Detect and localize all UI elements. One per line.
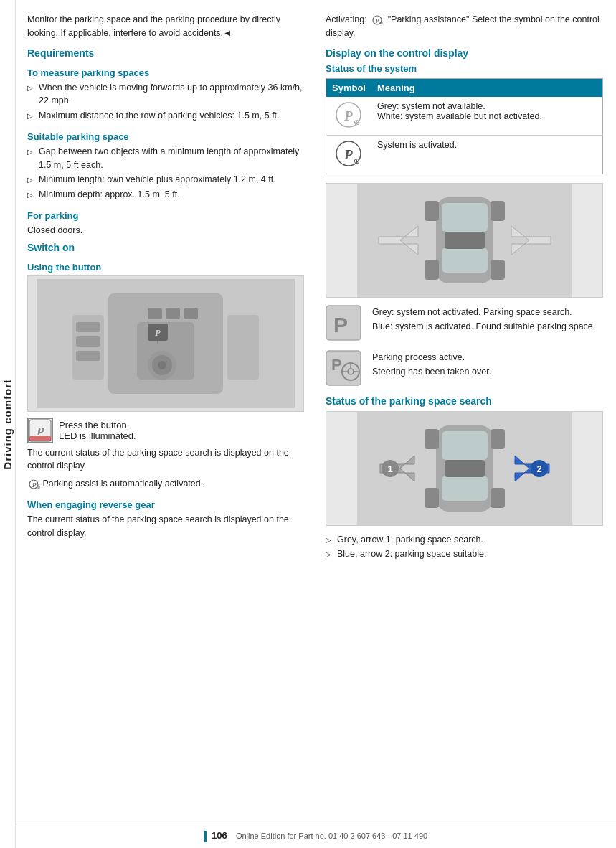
p-process-symbol-svg: P [326,350,361,386]
symbol-cell-1: P ⊕ [326,97,371,136]
parking-search-heading: Status of the parking space search [326,395,603,407]
svg-text:P: P [331,356,342,374]
svg-rect-36 [425,201,439,221]
using-button-heading: Using the button [27,262,304,273]
to-measure-list: When the vehicle is moving forwards up t… [27,81,304,123]
meaning-cell-2: System is activated. [371,135,603,174]
svg-rect-37 [491,201,505,221]
footer-text: Online Edition for Part no. 01 40 2 607 … [236,831,427,840]
svg-rect-40 [445,232,485,249]
p-process-line2: Steering has been taken over. [372,367,491,377]
symbol-row-2: P Parking process active. Steering has b… [326,350,603,388]
symbol-row-2-text: Parking process active. Steering has bee… [372,350,603,379]
right-column: Activating: P ⊕ "Parking assistance" Sel… [317,0,616,824]
suitable-list: Gap between two objects with a minimum l… [27,145,304,202]
suitable-heading: Suitable parking space [27,131,304,142]
list-item: Blue, arrow 2: parking space suitable. [326,547,603,561]
footer: 106 Online Edition for Part no. 01 40 2 … [16,824,616,848]
svg-text:P: P [333,313,348,336]
table-header-row: Symbol Meaning [326,78,603,97]
parking-assist-text: P ⊕ Parking assist is automatically acti… [27,477,304,491]
when-engaging-text: The current status of the parking space … [27,513,304,540]
svg-rect-38 [425,260,439,280]
svg-text:P: P [155,328,161,338]
parking-space-image: 1 2 [326,411,603,526]
svg-rect-55 [442,476,488,501]
intro-text: Monitor the parking space and the parkin… [27,13,304,40]
svg-point-11 [158,361,166,369]
for-parking-text: Closed doors. [27,224,304,237]
page-num-bar [204,831,207,842]
svg-rect-56 [425,429,439,449]
sidebar-label: Driving comfort [1,379,14,470]
when-engaging-heading: When engaging reverse gear [27,499,304,510]
p-grey-symbol-svg: P [326,305,361,341]
activating-icon: P ⊕ [371,14,385,24]
svg-rect-19 [29,436,51,441]
list-item: When the vehicle is moving forwards up t… [27,81,304,108]
svg-rect-13 [76,322,100,332]
svg-text:⊕: ⊕ [354,118,360,126]
meaning-1-line2: White: system available but not activate… [377,111,542,121]
svg-text:2: 2 [536,463,541,474]
switch-on-heading: Switch on [27,242,304,253]
svg-rect-54 [442,431,488,460]
meaning-cell-1: Grey: system not available. White: syste… [371,97,603,136]
meaning-1-line1: Grey: system not available. [377,101,485,111]
to-measure-heading: To measure parking spaces [27,67,304,78]
current-status-text: The current status of the parking space … [27,446,304,474]
requirements-heading: Requirements [27,47,304,59]
table-row: P ⊕ Grey: system not available. White: s… [326,97,603,136]
svg-text:P: P [343,108,353,123]
svg-rect-35 [442,248,488,273]
svg-rect-4 [166,308,180,319]
svg-text:P: P [376,18,379,24]
svg-rect-15 [76,351,100,361]
for-parking-heading: For parking [27,210,304,221]
parking-assist-label: Parking assist is automatically activate… [42,479,203,489]
page-container: Monitor the parking space and the parkin… [16,0,616,848]
meaning-2-line1: System is activated. [377,140,457,150]
svg-rect-58 [425,488,439,508]
svg-text:1: 1 [387,463,392,474]
p-button-svg: P [29,419,52,442]
svg-rect-60 [445,460,485,477]
svg-text:P: P [343,147,353,162]
svg-rect-59 [491,488,505,508]
p-process-symbol-cell: P [326,350,365,388]
svg-rect-16 [227,315,259,380]
svg-text:⊕: ⊕ [354,156,360,165]
p-grey-line1: Grey: system not activated. Parking spac… [372,307,572,317]
car-top-view-image [326,183,603,298]
parking-space-svg: 1 2 [357,411,572,526]
left-column: Monitor the parking space and the parkin… [16,0,317,824]
list-item: Gap between two objects with a minimum l… [27,145,304,172]
pa-grey-icon-svg: P ⊕ [335,101,362,128]
p-grey-line2: Blue: system is activated. Found suitabl… [372,321,595,331]
svg-rect-39 [491,260,505,280]
table-row: P ⊕ System is activated. [326,135,603,174]
button-image: P [27,275,304,412]
svg-rect-34 [442,203,488,232]
p-process-line1: Parking process active. [372,352,465,362]
car-top-view-svg [357,183,572,298]
pa-inline-icon: P ⊕ [27,479,40,489]
svg-text:⊕: ⊕ [37,484,40,489]
p-button-icon: P [27,418,53,443]
button-image-svg: P [37,279,295,408]
symbol-row-1: P Grey: system not activated. Parking sp… [326,305,603,343]
activating-label: Activating: [326,14,367,24]
led-text: LED is illuminated. [59,430,136,441]
p-grey-symbol-cell: P [326,305,365,343]
press-button-row: P Press the button. LED is illuminated. [27,418,304,443]
content-area: Monitor the parking space and the parkin… [16,0,616,824]
svg-rect-3 [148,308,162,319]
col-meaning: Meaning [371,78,603,97]
list-item: Minimum length: own vehicle plus approxi… [27,173,304,187]
press-button-texts: Press the button. LED is illuminated. [59,420,136,441]
symbol-cell-2: P ⊕ [326,135,371,174]
list-item: Grey, arrow 1: parking space search. [326,533,603,547]
svg-rect-14 [76,336,100,347]
sidebar: Driving comfort [0,0,16,848]
activating-detail: "Parking assistance" Select the symbol o… [326,14,600,38]
